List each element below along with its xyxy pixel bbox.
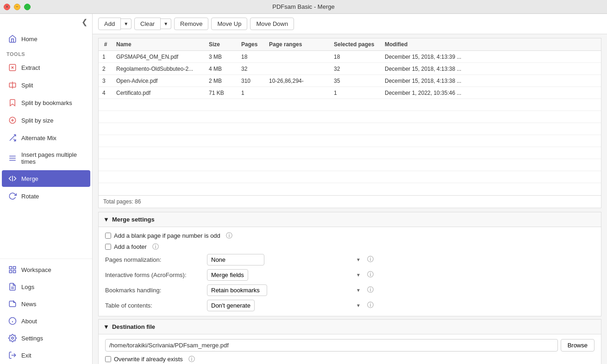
sidebar-item-extract[interactable]: Extract [2, 59, 90, 76]
footer-help-icon[interactable]: ⓘ [152, 243, 159, 251]
destination-panel: ▼ Destination file Browse Overwrite if a… [98, 319, 601, 364]
sidebar-item-workspace[interactable]: Workspace [2, 261, 90, 278]
sidebar-item-news[interactable]: News [2, 296, 90, 312]
sidebar-collapse-button[interactable]: ❮ [77, 14, 92, 30]
move-up-button[interactable]: Move Up [211, 18, 247, 30]
interactive-forms-select-wrapper: Merge fields Flatten Discard [207, 269, 364, 281]
insert-icon [8, 154, 17, 162]
table-row-empty [99, 183, 601, 195]
destination-path-input[interactable] [105, 339, 558, 352]
toc-select[interactable]: Don't generate Generate [207, 300, 255, 311]
bookmarks-label: Bookmarks handling: [105, 287, 207, 294]
move-down-button[interactable]: Move Down [250, 18, 294, 30]
svg-rect-14 [9, 266, 12, 269]
table-row[interactable]: 3 Open-Advice.pdf 2 MB 310 10-26,86,294-… [99, 75, 601, 87]
blank-page-checkbox[interactable] [105, 233, 111, 239]
remove-button[interactable]: Remove [174, 18, 208, 30]
close-button[interactable]: ✕ [4, 4, 10, 10]
destination-body: Browse Overwrite if already exists ⓘ ▶ S… [99, 334, 601, 364]
cell-num: 2 [99, 63, 113, 75]
table-row-empty [99, 147, 601, 159]
blank-page-row: Add a blank page if page number is odd ⓘ [105, 232, 594, 240]
sidebar-item-split[interactable]: Split [2, 77, 90, 93]
sidebar-split-size-label: Split by size [21, 117, 53, 124]
file-table: # Name Size Pages Page ranges Selected p… [99, 38, 601, 195]
overwrite-help-icon[interactable]: ⓘ [188, 355, 195, 364]
footer-row: Add a footer ⓘ [105, 243, 594, 251]
add-button-group: Add ▼ [98, 18, 131, 30]
blank-page-help-icon[interactable]: ⓘ [226, 232, 232, 240]
sidebar-alternate-label: Alternate Mix [21, 135, 56, 142]
sidebar-settings-label: Settings [21, 335, 43, 342]
cell-selected-pages: 1 [330, 87, 381, 99]
sidebar-item-settings[interactable]: Settings [2, 330, 90, 346]
sidebar-item-home[interactable]: Home [2, 31, 90, 47]
svg-rect-17 [9, 271, 12, 273]
exit-icon [8, 351, 17, 359]
sidebar-item-exit[interactable]: Exit [2, 347, 90, 364]
total-pages: Total pages: 86 [98, 196, 601, 208]
table-row-empty [99, 123, 601, 135]
table-row-empty [99, 171, 601, 183]
toc-help-icon[interactable]: ⓘ [367, 301, 374, 309]
overwrite-row: Overwrite if already exists ⓘ [105, 355, 594, 364]
titlebar: ✕ − □ PDFsam Basic - Merge [0, 0, 607, 14]
sidebar-item-alternate-mix[interactable]: Alternate Mix [2, 130, 90, 146]
cell-name: Certificato.pdf [113, 87, 205, 99]
table-row[interactable]: 4 Certificato.pdf 71 KB 1 1 December 1, … [99, 87, 601, 99]
sidebar-item-split-by-bookmarks[interactable]: Split by bookmarks [2, 94, 90, 111]
overwrite-checkbox[interactable] [105, 356, 111, 362]
merge-icon [8, 174, 17, 183]
toc-row: Table of contents: Don't generate Genera… [105, 300, 594, 311]
info-icon [8, 317, 17, 325]
browse-button[interactable]: Browse [561, 339, 594, 352]
bookmarks-select[interactable]: Retain bookmarks Discard bookmarks [207, 284, 267, 296]
destination-header[interactable]: ▼ Destination file [99, 320, 601, 334]
maximize-button[interactable]: □ [24, 4, 31, 10]
sidebar-item-rotate[interactable]: Rotate [2, 188, 90, 204]
table-row[interactable]: 1 GPSMAP64_OM_EN.pdf 3 MB 18 18 December… [99, 51, 601, 63]
file-table-container: # Name Size Pages Page ranges Selected p… [98, 38, 601, 196]
merge-settings-chevron: ▼ [103, 216, 109, 223]
sidebar-item-logs[interactable]: Logs [2, 278, 90, 295]
pages-normalization-help-icon[interactable]: ⓘ [367, 255, 374, 264]
sidebar-item-about[interactable]: About [2, 313, 90, 329]
clear-button[interactable]: Clear [134, 18, 161, 30]
sidebar-extract-label: Extract [21, 64, 40, 71]
col-header-modified: Modified [381, 38, 601, 51]
split-bookmark-icon [8, 99, 17, 107]
cell-modified: December 15, 2018, 4:13:38 ... [381, 63, 601, 75]
cell-page-ranges [265, 51, 330, 63]
col-header-pages: Pages [238, 38, 265, 51]
bookmarks-select-wrapper: Retain bookmarks Discard bookmarks [207, 284, 364, 296]
clear-dropdown-button[interactable]: ▼ [161, 19, 171, 29]
sidebar-item-insert-pages[interactable]: Insert pages multiple times [2, 147, 90, 169]
bookmarks-help-icon[interactable]: ⓘ [367, 286, 374, 294]
table-row-empty [99, 99, 601, 111]
add-button[interactable]: Add [98, 18, 121, 30]
home-icon [8, 35, 17, 43]
sidebar-exit-label: Exit [21, 352, 31, 359]
alternate-icon [8, 134, 17, 142]
table-row-empty [99, 135, 601, 147]
merge-settings-header[interactable]: ▼ Merge settings [99, 212, 601, 227]
bookmarks-row: Bookmarks handling: Retain bookmarks Dis… [105, 284, 594, 296]
sidebar-about-label: About [21, 318, 37, 325]
sidebar-item-split-by-size[interactable]: Split by size [2, 112, 90, 129]
news-icon [8, 300, 17, 308]
minimize-button[interactable]: − [14, 4, 20, 10]
interactive-forms-select[interactable]: Merge fields Flatten Discard [207, 269, 248, 281]
svg-point-23 [12, 337, 14, 339]
pages-normalization-select[interactable]: None Normalize to A4 Normalize to letter [207, 254, 264, 265]
footer-checkbox[interactable] [105, 244, 111, 250]
svg-rect-16 [13, 271, 16, 273]
interactive-forms-help-icon[interactable]: ⓘ [367, 271, 374, 279]
cell-name: Open-Advice.pdf [113, 75, 205, 87]
pages-normalization-row: Pages normalization: None Normalize to A… [105, 254, 594, 265]
table-row[interactable]: 2 Regolamento-OldSubbuteo-2... 4 MB 32 3… [99, 63, 601, 75]
col-header-name: Name [113, 38, 205, 51]
add-dropdown-button[interactable]: ▼ [121, 19, 131, 29]
cell-num: 4 [99, 87, 113, 99]
col-header-selected-pages: Selected pages [330, 38, 381, 51]
sidebar-item-merge[interactable]: Merge [2, 170, 90, 187]
